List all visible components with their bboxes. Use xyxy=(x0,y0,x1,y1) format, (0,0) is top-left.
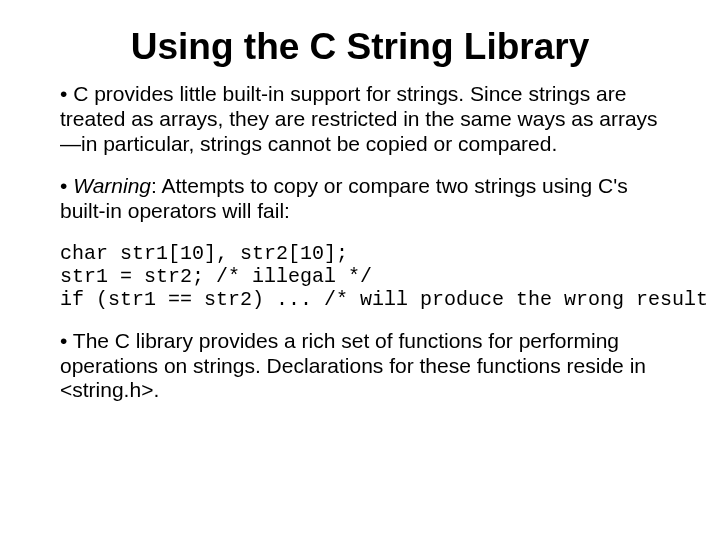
bullet-1-text: C provides little built-in support for s… xyxy=(60,82,658,155)
bullet-1: • C provides little built-in support for… xyxy=(60,82,660,156)
bullet-2: • Warning: Attempts to copy or compare t… xyxy=(60,174,660,224)
code-block: char str1[10], str2[10]; str1 = str2; /*… xyxy=(60,242,660,311)
bullet-marker: • xyxy=(60,82,73,105)
bullet-marker: • xyxy=(60,329,73,352)
slide-title: Using the C String Library xyxy=(60,26,660,68)
bullet-3: • The C library provides a rich set of f… xyxy=(60,329,660,403)
bullet-3-text: The C library provides a rich set of fun… xyxy=(60,329,646,402)
warning-label: Warning xyxy=(73,174,151,197)
slide: Using the C String Library • C provides … xyxy=(0,0,720,540)
bullet-marker: • xyxy=(60,174,73,197)
